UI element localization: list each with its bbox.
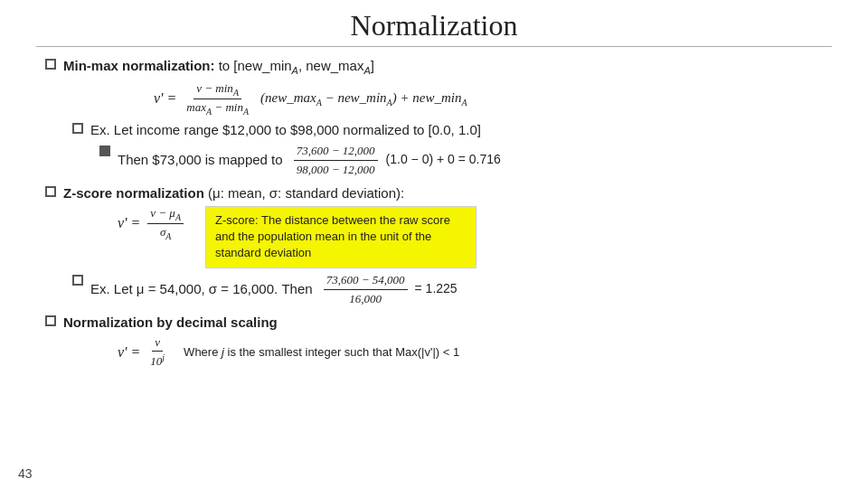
zscore-tooltip: Z-score: The distance between the raw sc… [205,206,476,268]
bullet-icon-example2 [72,275,83,286]
then-text: Then $73,000 is mapped to 73,600 − 12,00… [118,143,832,178]
formula-zscore: v' = v − μA σA [118,206,187,240]
page-container: Normalization Min-max normalization: to … [0,0,868,488]
example2-section: Ex. Let μ = 54,000, σ = 16,000. Then 73,… [72,272,832,307]
minmax-text: Min-max normalization: to [new_minA, new… [63,56,832,78]
bullet-icon-then [99,145,110,156]
zscore-formula-row: v' = v − μA σA Z-score: The distance bet… [118,206,832,268]
formula-decimal: v' = v 10j [118,335,171,369]
frac-minmax: v − minA maxA − minA [184,81,251,116]
minmax-section: Min-max normalization: to [new_minA, new… [45,56,832,178]
bullet-icon-decimal [45,315,56,326]
decimal-section: Normalization by decimal scaling v' = v … [45,313,832,369]
frac-zscore: v − μA σA [147,206,184,240]
bullet-icon-zscore [45,186,56,197]
bullet-icon-minmax [45,59,56,70]
frac-den: maxA − minA [184,99,251,117]
bullet-icon-example1 [72,123,83,134]
page-number: 43 [18,466,33,481]
formula-minmax: v' = v − minA maxA − minA (new_maxA − ne… [154,81,832,116]
decimal-bullet: Normalization by decimal scaling [45,313,832,332]
formula-example2: 73,600 − 54,000 16,000 = 1.225 [320,272,458,307]
zscore-bullet: Z-score normalization (μ: mean, σ: stand… [45,183,832,202]
frac-decimal: v 10j [147,335,167,369]
example2-bullet: Ex. Let μ = 54,000, σ = 16,000. Then 73,… [72,272,832,307]
decimal-note: Where j is the smallest integer such tha… [184,345,459,359]
minmax-label: Min-max normalization: to [new_minA, new… [63,58,374,73]
example1-bullet: Ex. Let income range $12,000 to $98,000 … [72,120,832,139]
page-title: Normalization [36,9,832,42]
example2-text: Ex. Let μ = 54,000, σ = 16,000. Then 73,… [90,272,832,307]
then-section: Then $73,000 is mapped to 73,600 − 12,00… [99,143,832,178]
title-divider [36,46,832,47]
example1-text: Ex. Let income range $12,000 to $98,000 … [90,120,832,139]
example1-section: Ex. Let income range $12,000 to $98,000 … [72,120,832,178]
minmax-bullet: Min-max normalization: to [new_minA, new… [45,56,832,78]
formula-then: 73,600 − 12,000 98,000 − 12,000 (1.0 − 0… [290,143,501,178]
then-bullet: Then $73,000 is mapped to 73,600 − 12,00… [99,143,832,178]
decimal-formula-row: v' = v 10j Where j is the smallest integ… [118,335,832,369]
zscore-section: Z-score normalization (μ: mean, σ: stand… [45,183,832,307]
zscore-text: Z-score normalization (μ: mean, σ: stand… [63,183,832,202]
frac-num: v − minA [193,81,241,99]
decimal-text: Normalization by decimal scaling [63,313,832,332]
